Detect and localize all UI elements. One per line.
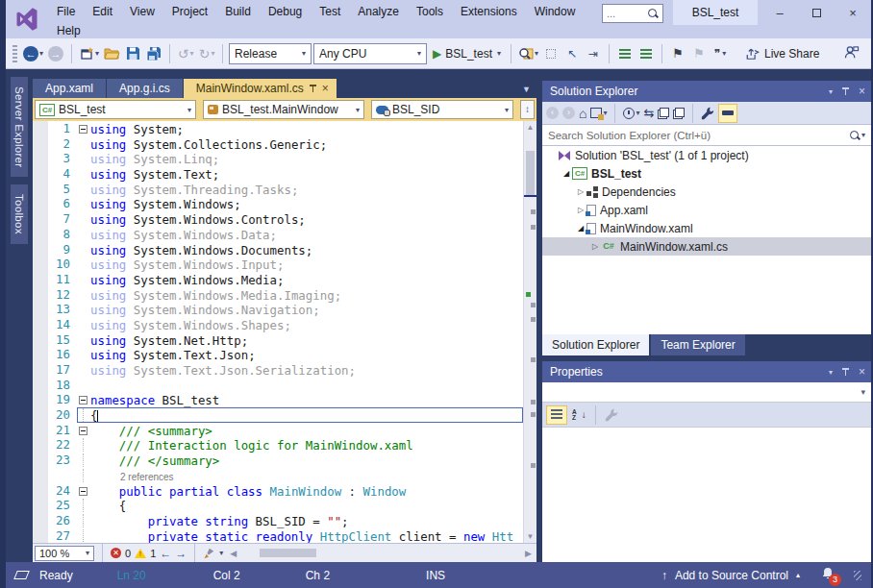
outline-margin[interactable] [78,514,90,527]
decrease-indent-button[interactable] [615,43,635,64]
tree-item-bsl-test[interactable]: ◢C#BSL_test [542,164,871,183]
outline-margin[interactable] [78,273,90,286]
breakpoint-margin[interactable] [33,378,48,393]
outline-margin[interactable] [78,333,90,347]
menu-build[interactable]: Build [216,2,260,21]
outline-margin[interactable] [78,152,90,165]
fold-collapse-icon[interactable] [79,125,87,134]
properties-object-dropdown[interactable]: ▾ [542,382,871,403]
solution-configuration-dropdown[interactable]: Release▾ [229,43,312,64]
code-line[interactable]: 13using System.Windows.Navigation; [33,302,523,317]
increase-indent-button[interactable] [636,43,656,64]
minimize-button[interactable]: – [761,0,798,25]
next-issue-button[interactable]: → [175,547,187,560]
breakpoint-margin[interactable] [33,468,48,483]
outline-margin[interactable] [78,122,90,135]
breakpoint-margin[interactable] [33,483,48,499]
properties-title-bar[interactable]: Properties ▾ × [542,361,871,382]
collapsed-arrow-icon[interactable]: ▷ [575,187,586,196]
hscrollbar-thumb[interactable] [260,549,316,557]
toolbox-tab[interactable]: Toolbox [11,184,28,244]
outline-margin[interactable] [78,393,90,406]
find-in-files-button[interactable]: ▾ [517,43,539,64]
comment-button[interactable]: ❞▾ [711,43,730,64]
horizontal-scrollbar[interactable]: ◀ ▶ [227,544,535,562]
notifications-button[interactable]: 3 [821,567,835,583]
quick-search-box[interactable]: ... [602,4,663,23]
outline-margin[interactable] [78,453,90,467]
outline-margin[interactable] [78,243,90,257]
breakpoint-margin[interactable] [33,211,48,227]
tree-item-mainwindow-xaml-cs[interactable]: ▷C#MainWindow.xaml.cs [542,237,871,256]
tree-item-mainwindow-xaml[interactable]: ◢MainWindow.xaml [542,219,871,237]
toggle-bookmark-button[interactable]: ⚑ [668,43,687,64]
codelens-row[interactable]: 2 references [33,468,523,483]
live-share-button[interactable]: Live Share [745,47,819,61]
panel-tab-team-explorer[interactable]: Team Explorer [651,334,744,355]
fold-collapse-icon[interactable] [79,396,87,404]
navigate-forward-button[interactable]: → [46,43,65,64]
code-line[interactable]: 19namespace BSL_test [33,392,523,407]
add-to-source-control-button[interactable]: Add to Source Control [675,569,788,582]
start-debugging-button[interactable]: ▶ BSL_test ▾ [429,47,505,61]
outline-margin[interactable] [78,424,90,437]
code-line[interactable]: 11using System.Windows.Media; [33,272,523,287]
close-icon[interactable]: × [859,85,865,98]
outline-margin[interactable] [78,484,90,498]
code-line[interactable]: 25 { [33,498,523,513]
doc-tab-mainwindow.xaml.cs[interactable]: MainWindow.xaml.cs× [184,79,337,98]
solution-tree[interactable]: Solution 'BSL_test' (1 of 1 project)◢C#B… [542,146,871,334]
server-explorer-tab[interactable]: Server Explorer [11,77,28,177]
code-line[interactable]: 20{ [33,407,523,423]
solution-explorer-search[interactable]: Search Solution Explorer (Ctrl+ü) ▾ [542,125,871,146]
breakpoint-margin[interactable] [33,151,48,166]
breakpoint-margin[interactable] [33,513,48,528]
outline-margin[interactable] [78,137,90,151]
outline-margin[interactable] [78,379,90,392]
scroll-right-icon[interactable]: ▶ [522,549,535,558]
menu-debug[interactable]: Debug [260,2,311,21]
menu-edit[interactable]: Edit [84,2,121,21]
outline-margin[interactable] [78,167,90,181]
fold-collapse-icon[interactable] [79,427,87,435]
properties-wrench-icon[interactable] [701,107,714,120]
prev-issue-button[interactable]: ← [160,547,171,560]
scroll-down-icon[interactable]: ▼ [524,532,536,541]
vertical-scrollbar[interactable]: ▲ ▼ [523,121,536,543]
solution-platform-dropdown[interactable]: Any CPU▾ [313,43,427,64]
code-line[interactable]: 7using System.Windows.Controls; [33,211,523,227]
menu-window[interactable]: Window [526,2,585,21]
undo-button[interactable]: ↺▾ [176,43,195,64]
breakpoint-margin[interactable] [33,242,48,257]
code-line[interactable]: 2using System.Collections.Generic; [33,136,523,152]
scroll-up-icon[interactable]: ▲ [524,123,536,132]
breakpoint-margin[interactable] [33,196,48,211]
maximize-button[interactable] [798,0,835,25]
error-count[interactable]: 0 [125,548,131,559]
tree-item-solution-bsl-test-1-of-1-project-[interactable]: Solution 'BSL_test' (1 of 1 project) [542,146,871,164]
doc-tab-app.xaml[interactable]: App.xaml [33,79,106,98]
pin-icon[interactable] [310,84,316,93]
tab-list-chevron-icon[interactable]: ▼ [522,85,536,98]
menu-tools[interactable]: Tools [408,2,452,21]
outline-margin[interactable] [78,469,90,482]
categorized-button[interactable] [546,405,567,425]
open-file-button[interactable] [102,43,121,64]
outline-margin[interactable] [78,499,90,512]
menu-view[interactable]: View [121,2,163,21]
scrollbar-thumb[interactable] [526,151,535,197]
breakpoint-margin[interactable] [33,166,48,182]
menu-help[interactable]: Help [48,21,89,40]
save-all-button[interactable] [144,43,163,64]
zoom-dropdown[interactable]: 100 %▾ [35,546,94,561]
home-icon[interactable]: ⌂ [579,106,586,121]
breakpoint-margin[interactable] [33,302,48,317]
new-project-button[interactable]: ▾ [78,43,100,64]
outline-margin[interactable] [78,348,90,361]
code-line[interactable]: 8using System.Windows.Data; [33,227,523,242]
warning-count[interactable]: 1 [150,548,156,559]
se-back-button[interactable]: ‹ [546,107,559,119]
doc-tab-app.g.i.cs[interactable]: App.g.i.cs [107,79,183,98]
breakpoint-margin[interactable] [33,136,48,152]
window-position-icon[interactable]: ▾ [829,368,833,377]
